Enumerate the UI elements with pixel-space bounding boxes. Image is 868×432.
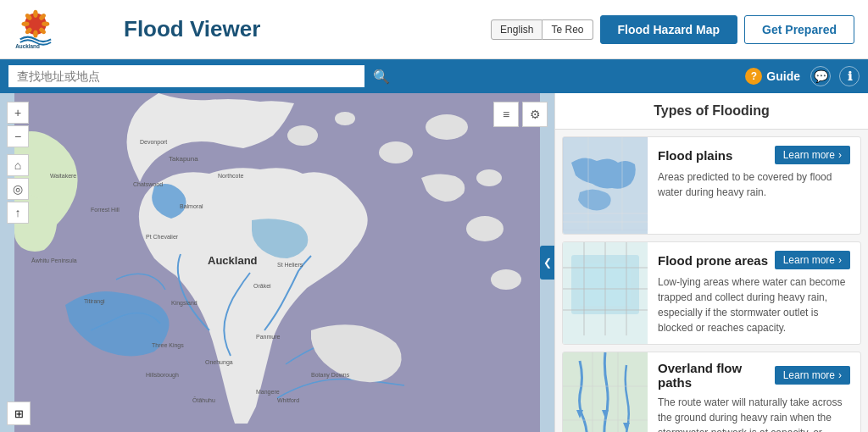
chevron-right-icon-3: › (838, 369, 842, 381)
chevron-right-icon-2: › (838, 254, 842, 266)
svg-text:Three Kings: Three Kings (152, 342, 184, 349)
svg-text:Panmure: Panmure (256, 334, 281, 340)
svg-point-15 (379, 141, 413, 163)
svg-text:Titirangi: Titirangi (84, 298, 105, 305)
locate-btn[interactable]: ↑ (7, 202, 29, 224)
svg-text:Botany Downs: Botany Downs (311, 372, 350, 379)
svg-text:Whitford: Whitford (277, 397, 299, 403)
svg-text:Pt Chevalier: Pt Chevalier (146, 234, 179, 240)
svg-point-14 (335, 112, 355, 125)
flood-prone-learn-more-btn[interactable]: Learn more › (775, 251, 850, 269)
svg-text:Auckland: Auckland (15, 43, 40, 49)
svg-text:Hillsborough: Hillsborough (146, 372, 179, 379)
language-selector: English Te Reo (491, 19, 593, 40)
overland-flow-thumb (563, 352, 648, 432)
home-btn[interactable]: ⌂ (7, 154, 29, 176)
svg-point-5 (33, 30, 37, 37)
info-icon[interactable]: ℹ (839, 66, 860, 86)
flood-plains-header: Flood plains Learn more › (658, 146, 850, 164)
svg-text:St Heliers: St Heliers (277, 262, 303, 268)
flood-plains-title: Flood plains (658, 148, 732, 163)
flood-plains-thumb-svg (563, 137, 648, 230)
svg-point-13 (287, 125, 318, 146)
map-controls-right: ≡ ⚙ (493, 102, 548, 127)
map-expand-btn[interactable]: ❮ (540, 246, 554, 280)
flood-plains-description: Areas predicted to be covered by flood w… (658, 169, 850, 200)
overland-flow-learn-more-btn[interactable]: Learn more › (775, 366, 850, 385)
lang-english-btn[interactable]: English (491, 19, 542, 40)
svg-point-3 (42, 21, 49, 25)
flood-prone-thumb-svg (563, 242, 648, 335)
logo-area: Auckland Te Kaunihera o Tāmaki Makaurau … (14, 8, 260, 51)
flood-plains-content: Flood plains Learn more › Areas predicte… (648, 137, 860, 234)
svg-text:Āwhitu Peninsula: Āwhitu Peninsula (31, 258, 77, 263)
flood-prone-title: Flood prone areas (658, 253, 768, 268)
search-input[interactable] (8, 65, 364, 87)
flood-prone-description: Low-lying areas where water can become t… (658, 274, 850, 335)
guide-circle-icon: ? (745, 68, 762, 85)
search-bar: 🔍 ? Guide 💬 ℹ (0, 59, 868, 93)
svg-text:Ōtāhuhu: Ōtāhuhu (192, 396, 215, 403)
svg-text:Auckland: Auckland (208, 254, 258, 267)
svg-text:Onehunga: Onehunga (205, 359, 233, 366)
flood-hazard-map-btn[interactable]: Flood Hazard Map (600, 15, 738, 44)
compass-btn[interactable]: ◎ (7, 178, 29, 200)
overland-flow-header: Overland flow paths Learn more › (658, 361, 850, 390)
svg-point-9 (30, 17, 42, 30)
map-svg: Auckland Takapuna Devonport Chatswood Fo… (0, 93, 554, 432)
get-prepared-btn[interactable]: Get Prepared (744, 15, 854, 44)
svg-text:Te Kaunihera o Tāmaki Makaurau: Te Kaunihera o Tāmaki Makaurau (15, 49, 79, 50)
svg-text:Waitakere: Waitakere (50, 173, 76, 179)
right-panel: Types of Flooding Flo (554, 93, 868, 432)
svg-point-16 (426, 114, 468, 140)
svg-text:Forrest Hill: Forrest Hill (91, 207, 120, 213)
svg-point-7 (22, 21, 30, 25)
svg-text:Northcote: Northcote (218, 173, 243, 179)
overland-flow-card: Overland flow paths Learn more › The rou… (562, 352, 861, 432)
guide-label: Guide (766, 69, 800, 83)
map-area[interactable]: Auckland Takapuna Devonport Chatswood Fo… (0, 93, 554, 432)
main-content: Auckland Takapuna Devonport Chatswood Fo… (0, 93, 868, 432)
svg-text:Mangere: Mangere (256, 389, 280, 396)
svg-text:Devonport: Devonport (140, 139, 167, 146)
svg-point-18 (466, 216, 504, 241)
flood-plains-card: Flood plains Learn more › Areas predicte… (562, 136, 861, 235)
lang-te-reo-btn[interactable]: Te Reo (542, 19, 593, 40)
svg-text:Takapuna: Takapuna (169, 155, 198, 163)
map-controls-bottom: ⊞ (7, 402, 31, 425)
header-buttons: English Te Reo Flood Hazard Map Get Prep… (491, 15, 854, 44)
flood-prone-content: Flood prone areas Learn more › Low-lying… (648, 242, 860, 344)
guide-button[interactable]: ? Guide (745, 68, 800, 85)
flood-prone-thumb (563, 242, 648, 344)
overland-flow-title: Overland flow paths (658, 361, 775, 390)
settings-btn[interactable]: ⚙ (522, 102, 548, 127)
overland-flow-thumb-svg (563, 352, 648, 432)
svg-point-19 (491, 269, 521, 290)
map-controls-left: + − ⌂ ◎ ↑ (7, 102, 29, 224)
svg-point-17 (476, 169, 502, 186)
info-icons: 💬 ℹ (810, 66, 860, 86)
panel-title: Types of Flooding (555, 93, 868, 130)
grid-btn[interactable]: ⊞ (7, 402, 31, 425)
app-header: Auckland Te Kaunihera o Tāmaki Makaurau … (0, 0, 868, 59)
svg-text:Chatswood: Chatswood (133, 181, 163, 187)
svg-text:Orākei: Orākei (253, 283, 271, 289)
flood-plains-learn-more-btn[interactable]: Learn more › (775, 146, 850, 164)
flood-prone-header: Flood prone areas Learn more › (658, 251, 850, 269)
layers-btn[interactable]: ≡ (493, 102, 519, 127)
flood-plains-thumb (563, 137, 648, 234)
overland-flow-description: The route water will naturally take acro… (658, 395, 850, 432)
chevron-right-icon: › (838, 149, 842, 161)
chat-icon[interactable]: 💬 (810, 66, 831, 86)
search-button[interactable]: 🔍 (364, 64, 398, 89)
auckland-council-logo: Auckland Te Kaunihera o Tāmaki Makaurau (14, 8, 107, 51)
svg-point-1 (33, 9, 37, 17)
svg-text:Balmoral: Balmoral (180, 203, 203, 209)
overland-flow-content: Overland flow paths Learn more › The rou… (648, 352, 860, 432)
search-icon: 🔍 (373, 69, 390, 84)
zoom-in-btn[interactable]: + (7, 102, 29, 124)
flood-prone-card: Flood prone areas Learn more › Low-lying… (562, 241, 861, 345)
zoom-out-btn[interactable]: − (7, 125, 29, 147)
svg-text:Kingsland: Kingsland (171, 300, 198, 307)
app-title: Flood Viewer (124, 16, 260, 42)
